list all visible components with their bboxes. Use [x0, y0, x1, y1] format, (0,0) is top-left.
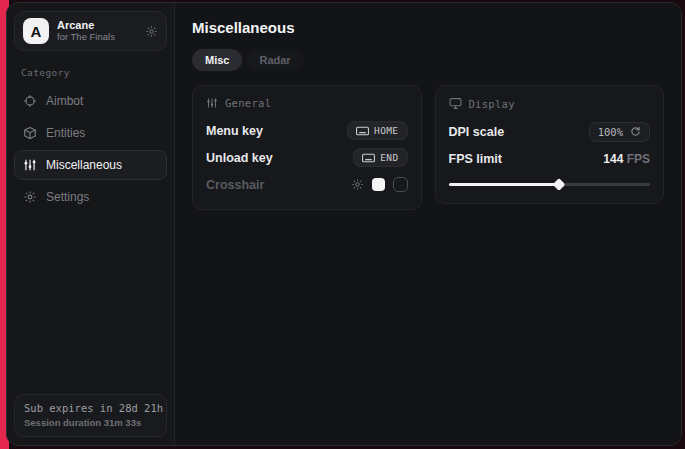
- menu-key-row: Menu key HOME: [206, 119, 408, 142]
- sidebar-item-label: Settings: [46, 190, 89, 204]
- crosshair-controls: [351, 177, 408, 192]
- fps-number: 144: [603, 152, 623, 166]
- main-panel: Miscellaneous Misc Radar Gene: [175, 3, 681, 445]
- crosshair-settings-gear-icon[interactable]: [351, 178, 364, 191]
- slider-fill: [449, 183, 560, 186]
- subscription-card: Sub expires in 28d 21h Session duration …: [14, 394, 167, 437]
- display-card-header: Display: [449, 97, 651, 110]
- fps-limit-value: 144 FPS: [603, 152, 650, 166]
- sidebar-item-label: Miscellaneous: [46, 158, 122, 172]
- cube-icon: [23, 126, 37, 140]
- sidebar-item-miscellaneous[interactable]: Miscellaneous: [14, 150, 167, 180]
- tab-radar[interactable]: Radar: [246, 49, 303, 71]
- card-grid: General Menu key HOME Unload key: [192, 85, 664, 210]
- category-label: Category: [21, 67, 160, 78]
- crosshair-row: Crosshair: [206, 173, 408, 196]
- dpi-scale-field[interactable]: 100%: [589, 122, 650, 142]
- sliders-icon: [206, 97, 218, 109]
- dpi-scale-label: DPI scale: [449, 125, 505, 139]
- gear-icon: [23, 190, 37, 204]
- crosshair-label: Crosshair: [206, 178, 264, 192]
- fps-unit: FPS: [627, 152, 650, 166]
- monitor-icon: [449, 97, 462, 110]
- page-title: Miscellaneous: [192, 19, 664, 36]
- menu-key-label: Menu key: [206, 124, 263, 138]
- tab-misc[interactable]: Misc: [192, 49, 242, 71]
- fps-limit-row: FPS limit 144 FPS: [449, 147, 651, 170]
- app-subtitle: for The Finals: [57, 32, 137, 43]
- sidebar-item-settings[interactable]: Settings: [14, 182, 167, 212]
- display-card-title: Display: [469, 98, 515, 110]
- brand-card: A Arcane for The Finals: [14, 11, 167, 51]
- sliders-icon: [23, 158, 37, 172]
- app-logo: A: [23, 18, 49, 44]
- app-window: A Arcane for The Finals Category: [6, 2, 682, 446]
- sidebar: A Arcane for The Finals Category: [7, 3, 175, 445]
- dpi-scale-row: DPI scale 100%: [449, 120, 651, 143]
- refresh-icon[interactable]: [630, 126, 641, 137]
- unload-key-row: Unload key END: [206, 146, 408, 169]
- unload-key-label: Unload key: [206, 151, 273, 165]
- sidebar-item-aimbot[interactable]: Aimbot: [14, 86, 167, 116]
- session-duration-text: Session duration 31m 33s: [24, 417, 157, 428]
- brand-gear-icon[interactable]: [145, 25, 158, 38]
- fps-limit-slider[interactable]: [449, 178, 651, 190]
- crosshair-color-swatch[interactable]: [372, 178, 385, 191]
- sidebar-item-label: Aimbot: [46, 94, 83, 108]
- keyboard-icon: [356, 126, 369, 136]
- tab-bar: Misc Radar: [192, 49, 664, 71]
- display-card: Display DPI scale 100% FPS limit: [435, 85, 665, 204]
- general-card: General Menu key HOME Unload key: [192, 85, 422, 210]
- sidebar-item-label: Entities: [46, 126, 85, 140]
- slider-thumb[interactable]: [553, 178, 566, 191]
- fps-limit-label: FPS limit: [449, 152, 502, 166]
- keyboard-icon: [362, 153, 375, 163]
- sidebar-item-entities[interactable]: Entities: [14, 118, 167, 148]
- brand-text: Arcane for The Finals: [57, 19, 137, 43]
- unload-key-value: END: [380, 152, 398, 163]
- sidebar-nav: Aimbot Entities: [14, 86, 167, 212]
- crosshair-icon: [23, 94, 37, 108]
- menu-key-value: HOME: [374, 125, 398, 136]
- app-name: Arcane: [57, 19, 137, 32]
- sub-expiry-text: Sub expires in 28d 21h: [24, 402, 157, 414]
- general-card-title: General: [225, 97, 271, 109]
- unload-key-button[interactable]: END: [353, 148, 407, 167]
- dpi-scale-value: 100%: [598, 126, 623, 138]
- general-card-header: General: [206, 97, 408, 109]
- menu-key-button[interactable]: HOME: [347, 121, 407, 140]
- crosshair-checkbox[interactable]: [393, 177, 408, 192]
